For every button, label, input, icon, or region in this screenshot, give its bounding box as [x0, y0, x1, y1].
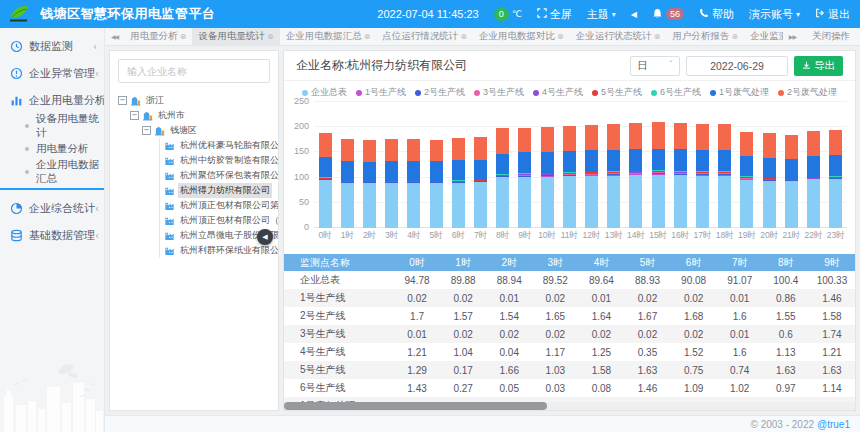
- period-select[interactable]: 日 ˇ: [630, 56, 680, 76]
- stacked-bar[interactable]: [474, 137, 487, 228]
- legend-item-6[interactable]: 5号生产线: [592, 86, 642, 99]
- stacked-bar[interactable]: [763, 133, 776, 228]
- sidebar-subitem-1[interactable]: 设备用电量统计: [0, 114, 104, 137]
- stacked-bar[interactable]: [430, 140, 443, 228]
- sidebar-item-5[interactable]: 基础数据管理‹: [0, 222, 104, 249]
- horizontal-scrollbar[interactable]: [284, 402, 855, 410]
- tree-company-row[interactable]: 杭州中纺胶管制造有限公司: [160, 153, 278, 168]
- export-button[interactable]: 导出: [794, 56, 843, 76]
- legend-item-9[interactable]: 2号废气处理: [778, 86, 837, 99]
- stacked-bar[interactable]: [652, 122, 665, 228]
- notifications-button[interactable]: 56: [652, 8, 684, 21]
- stacked-bar[interactable]: [363, 140, 376, 228]
- stacked-bar[interactable]: [407, 139, 420, 228]
- scroll-tabs-left-icon[interactable]: ◀◀: [105, 33, 124, 40]
- tab-2[interactable]: 设备用电量统计⊗: [192, 28, 279, 45]
- tree-region-row[interactable]: −钱塘区: [118, 123, 278, 138]
- tree-company-row[interactable]: 杭州优科豪马轮胎有限公司: [160, 138, 278, 153]
- close-icon[interactable]: ⊗: [267, 32, 274, 41]
- sidebar-subitem-3[interactable]: 企业用电数据汇总: [0, 160, 104, 183]
- company-search-input[interactable]: [118, 59, 270, 83]
- legend-item-4[interactable]: 3号生产线: [474, 86, 524, 99]
- tree-company-row[interactable]: 杭州利群环保纸业有限公司: [160, 243, 278, 258]
- value-cell: 0.17: [440, 361, 486, 379]
- account-dropdown[interactable]: 演示账号 ▾: [749, 7, 800, 22]
- sidebar-item-label: 数据监测: [29, 39, 73, 54]
- tab-4[interactable]: 点位运行情况统计⊗: [376, 28, 473, 45]
- stacked-bar[interactable]: [496, 128, 509, 228]
- stacked-bar[interactable]: [319, 133, 332, 228]
- value-cell: 1.21: [809, 343, 855, 361]
- bar-slot: [603, 102, 625, 228]
- stacked-bar[interactable]: [807, 131, 820, 228]
- legend-item-3[interactable]: 2号生产线: [415, 86, 465, 99]
- row-name-cell: 5号生产线: [284, 361, 394, 379]
- tree-region-row[interactable]: −浙江: [118, 93, 278, 108]
- tree-company-row[interactable]: 杭州聚信环保包装有限公司: [160, 168, 278, 183]
- legend-item-2[interactable]: 1号生产线: [356, 86, 406, 99]
- tree-company-row[interactable]: 杭州得力纺织有限公司: [160, 183, 278, 198]
- close-icon[interactable]: ⊗: [557, 32, 564, 41]
- tab-7[interactable]: 用户分析报告⊗: [666, 28, 744, 45]
- stacked-bar[interactable]: [785, 135, 798, 228]
- stacked-bar[interactable]: [674, 123, 687, 228]
- sidebar-item-3[interactable]: 企业用电量分析ˇ: [0, 87, 104, 114]
- x-tick-label: 14时: [625, 228, 647, 242]
- stacked-bar[interactable]: [341, 139, 354, 228]
- tree-region-row[interactable]: −杭州市: [118, 108, 278, 123]
- legend-item-5[interactable]: 4号生产线: [533, 86, 583, 99]
- stacked-bar[interactable]: [541, 127, 554, 228]
- legend-item-7[interactable]: 6号生产线: [651, 86, 701, 99]
- stacked-bar[interactable]: [718, 124, 731, 228]
- sidebar-item-1[interactable]: 数据监测‹: [0, 33, 104, 60]
- tab-5[interactable]: 企业用电数据对比⊗: [473, 28, 570, 45]
- collapse-node-icon[interactable]: −: [142, 126, 151, 135]
- stacked-bar[interactable]: [452, 138, 465, 228]
- close-operations-dropdown[interactable]: 关闭操作: [802, 30, 860, 43]
- stacked-bar[interactable]: [563, 126, 576, 228]
- stacked-bar[interactable]: [829, 130, 842, 228]
- scrollbar-thumb[interactable]: [284, 402, 547, 410]
- date-picker[interactable]: 2022-06-29: [686, 56, 788, 76]
- value-cell: 1.63: [763, 361, 809, 379]
- sidebar-item-2[interactable]: 企业异常管理‹: [0, 60, 104, 87]
- sidebar-item-4[interactable]: 企业综合统计‹: [0, 195, 104, 222]
- close-icon[interactable]: ⊗: [731, 32, 738, 41]
- bar-segment: [363, 162, 376, 182]
- stacked-bar[interactable]: [629, 123, 642, 228]
- tree-company-row[interactable]: 杭州顶正包材有限公司（软包厂）: [160, 213, 278, 228]
- close-icon[interactable]: ⊗: [364, 32, 371, 41]
- bar-segment: [652, 122, 665, 148]
- stacked-bar[interactable]: [607, 124, 620, 228]
- value-cell: 89.52: [532, 271, 578, 289]
- stacked-bar[interactable]: [385, 139, 398, 228]
- stacked-bar[interactable]: [518, 128, 531, 228]
- table-column-header: 0时: [394, 254, 440, 271]
- tab-3[interactable]: 企业用电数据汇总⊗: [280, 28, 377, 45]
- collapse-announcement-icon[interactable]: ◀: [631, 10, 637, 19]
- stacked-bar[interactable]: [740, 132, 753, 228]
- collapse-tree-button[interactable]: ◀: [257, 229, 273, 245]
- fullscreen-button[interactable]: 全屏: [537, 7, 572, 22]
- x-tick-label: 20时: [758, 228, 780, 242]
- theme-dropdown[interactable]: 主题 ▾: [587, 7, 616, 22]
- logout-button[interactable]: 退出: [815, 7, 850, 22]
- close-icon[interactable]: ⊗: [180, 32, 187, 41]
- tab-6[interactable]: 企业运行状态统计⊗: [570, 28, 667, 45]
- stacked-bar[interactable]: [585, 125, 598, 228]
- help-button[interactable]: 帮助: [699, 7, 734, 22]
- close-icon[interactable]: ⊗: [460, 32, 467, 41]
- tree-company-row[interactable]: 杭州顶正包材有限公司第二工厂: [160, 198, 278, 213]
- tab-8[interactable]: 企业监测点数量统计报表⊗: [744, 28, 783, 45]
- brand-link[interactable]: @true1: [817, 419, 850, 430]
- scroll-tabs-right-icon[interactable]: ▶▶: [783, 33, 802, 40]
- collapse-node-icon[interactable]: −: [130, 111, 139, 120]
- tab-1[interactable]: 用电量分析⊗: [124, 28, 192, 45]
- stacked-bar[interactable]: [696, 124, 709, 228]
- collapse-node-icon[interactable]: −: [118, 96, 127, 105]
- theme-label: 主题: [587, 7, 609, 22]
- x-tick-label: 19时: [736, 228, 758, 242]
- value-cell: 1.29: [394, 361, 440, 379]
- close-icon[interactable]: ⊗: [654, 32, 661, 41]
- legend-item-8[interactable]: 1号废气处理: [710, 86, 769, 99]
